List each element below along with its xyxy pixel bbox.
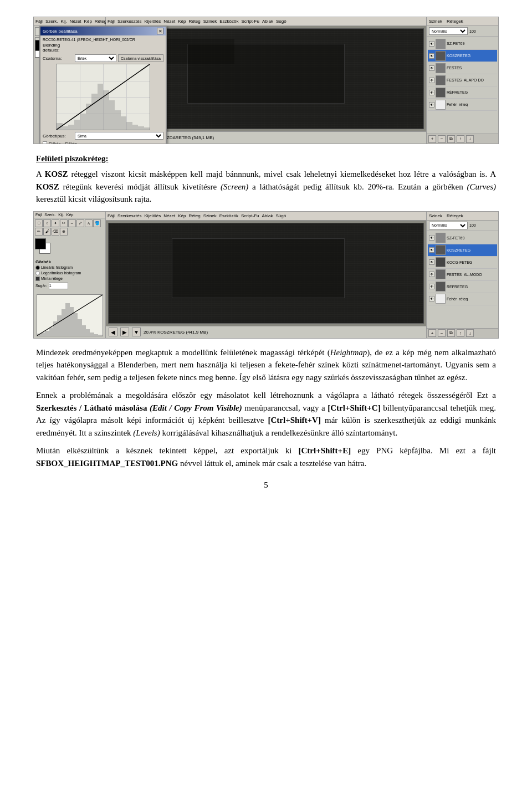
menu2b-sug[interactable]: Súgó xyxy=(275,213,286,218)
sugar-input[interactable] xyxy=(49,283,68,289)
menu-kep[interactable]: Kép xyxy=(84,19,92,24)
layer2-eye-5[interactable]: 👁 xyxy=(429,284,434,289)
gradient-select[interactable]: Sima xyxy=(75,132,163,140)
fg-color2[interactable] xyxy=(35,238,46,249)
layer-eye-6[interactable]: 👁 xyxy=(429,102,434,108)
menu2b-ret[interactable]: Réteg xyxy=(188,213,200,218)
tool2-12[interactable]: ⊕ xyxy=(60,228,68,236)
menu2b-esz[interactable]: Eszközök xyxy=(219,213,238,218)
menu-szinek2[interactable]: Színek xyxy=(203,19,217,24)
menu2b-nez[interactable]: Nézet xyxy=(163,213,175,218)
layer2-add-btn[interactable]: + xyxy=(428,329,436,337)
layer-item-5[interactable]: 👁 RÉFRETEG xyxy=(428,86,497,99)
tool2-6[interactable]: ⤢ xyxy=(76,219,84,227)
tool2-10[interactable]: 🖌 xyxy=(43,228,51,236)
menu-reteg2[interactable]: Réteg xyxy=(188,19,200,24)
channel-select[interactable]: Érték xyxy=(75,54,116,62)
layer-dn-btn[interactable]: ↓ xyxy=(466,135,474,143)
layer-item-4[interactable]: 👁 FESTÉS_ALAPO DO xyxy=(428,74,497,86)
layer-eye-2[interactable]: 👁 xyxy=(429,53,434,59)
menu2-szerk[interactable]: Szerk. xyxy=(44,213,55,217)
menu2b-abl[interactable]: Ablak xyxy=(262,213,273,218)
layer-eye-4[interactable]: 👁 xyxy=(429,78,434,83)
menu-script2[interactable]: Script-Fu xyxy=(241,19,259,24)
menu2b-fajl[interactable]: Fájl xyxy=(108,213,115,218)
layer2-eye-2[interactable]: 👁 xyxy=(429,247,434,253)
tool2-7[interactable]: A xyxy=(85,219,93,227)
layer-add-btn[interactable]: + xyxy=(428,135,436,143)
menu2-kij[interactable]: Kij. xyxy=(58,213,64,217)
layer2-item-4[interactable]: 👁 FESTÉS_AL-MODO xyxy=(428,269,497,281)
nav2-right[interactable]: ▶ xyxy=(120,328,129,336)
layers-tab1[interactable]: Szinek xyxy=(429,19,442,24)
menu-szerk[interactable]: Szerk. xyxy=(45,19,58,24)
layers2-mode[interactable]: Normális xyxy=(429,222,468,229)
layer2-del-btn[interactable]: − xyxy=(438,329,446,337)
menu-nezet[interactable]: Nézet xyxy=(70,19,81,24)
layer2-item-3[interactable]: 👁 KOCG-FETEG xyxy=(428,257,497,269)
menu-fajl[interactable]: Fájl xyxy=(35,19,43,24)
nav2-left[interactable]: ◀ xyxy=(109,328,117,336)
tool2-1[interactable]: □ xyxy=(35,219,43,227)
tool2-2[interactable]: ○ xyxy=(43,219,51,227)
layer-del-btn[interactable]: − xyxy=(438,135,446,143)
menu2-kep[interactable]: Kép xyxy=(66,213,73,217)
menu-ablak2[interactable]: Ablak xyxy=(262,19,273,24)
layer-item-2-active[interactable]: 👁 KOSZRETEG xyxy=(428,50,497,62)
gimp2-menubar[interactable]: Fájl Szerk. Kij. Kép xyxy=(34,212,105,218)
menu-kij[interactable]: Kij. xyxy=(61,19,67,24)
layer2-item-6[interactable]: 👁 Fehér_réteg xyxy=(428,293,497,305)
layer2-eye-1[interactable]: 👁 xyxy=(429,235,434,241)
layer2-up-btn[interactable]: ↑ xyxy=(457,329,464,337)
tool2-9[interactable]: ✏ xyxy=(35,228,43,236)
menu2b-kij[interactable]: Kijelölés xyxy=(144,213,161,218)
tool2-4[interactable]: ✂ xyxy=(60,219,68,227)
preview-checkbox[interactable] xyxy=(43,141,47,144)
layer-eye-5[interactable]: 👁 xyxy=(429,90,434,95)
layer2-dn-btn[interactable]: ↓ xyxy=(466,329,474,337)
checkbox-minta[interactable] xyxy=(35,277,40,281)
tool2-8[interactable]: 🪣 xyxy=(93,219,101,227)
curves-close-button[interactable]: ✕ xyxy=(157,28,163,34)
menu-sugo2[interactable]: Súgó xyxy=(276,19,287,24)
menu2b-szerk[interactable]: Szerkesztés xyxy=(117,213,142,218)
layer-eye-3[interactable]: 👁 xyxy=(429,65,434,71)
tool2-11[interactable]: ⌫ xyxy=(52,228,59,236)
canvas-menubar[interactable]: Fájl Szerkesztés Kijelölés Nézet Kép Rét… xyxy=(106,17,426,26)
canvas2-menubar[interactable]: Fájl Szerkesztés Kijelölés Nézet Kép Rét… xyxy=(106,212,426,221)
layers2-tab2[interactable]: Rétegek xyxy=(447,213,463,218)
layer-item-3[interactable]: 👁 FESTÉS xyxy=(428,62,497,74)
tool2-3[interactable]: ✦ xyxy=(52,219,59,227)
radio-log[interactable] xyxy=(35,271,40,275)
layer2-eye-4[interactable]: 👁 xyxy=(429,272,434,277)
layer2-item-1[interactable]: 👁 SZ-FET69 xyxy=(428,232,497,244)
menu-nézet2[interactable]: Nézet xyxy=(163,19,175,24)
menu2b-scr[interactable]: Script-Fu xyxy=(241,213,259,218)
gimp-menubar-top[interactable]: Fájl Szerk. Kij. Nézet Kép Réteg xyxy=(34,17,105,26)
layer-eye-1[interactable]: 👁 xyxy=(429,41,434,47)
layers-mode[interactable]: Normális xyxy=(429,27,468,35)
menu-kij2[interactable]: Kijelölés xyxy=(144,19,161,24)
layer2-item-2-active[interactable]: 👁 KOSZRETEG xyxy=(428,244,497,257)
layer-item-6[interactable]: 👁 Fehér_réteg xyxy=(428,99,497,111)
menu-fajl2[interactable]: Fájl xyxy=(108,19,115,24)
menu2b-kep[interactable]: Kép xyxy=(178,213,186,218)
menu-kep2[interactable]: Kép xyxy=(178,19,186,24)
menu2-fajl[interactable]: Fájl xyxy=(35,213,42,217)
layer2-eye-6[interactable]: 👁 xyxy=(429,296,434,301)
layers2-tab1[interactable]: Szinek xyxy=(429,213,442,218)
layer-up-btn[interactable]: ↑ xyxy=(457,135,464,143)
menu2b-szin[interactable]: Szinek xyxy=(203,213,217,218)
menu-eszk2[interactable]: Eszközök xyxy=(219,19,238,24)
menu-szerk2[interactable]: Szerkesztés xyxy=(117,19,142,24)
layer-item-1[interactable]: 👁 SZ-FET69 xyxy=(428,38,497,50)
layer2-item-5[interactable]: 👁 REFRETEG xyxy=(428,281,497,293)
layers-tab2[interactable]: Rétegek xyxy=(447,19,463,24)
channel-reset-button[interactable]: Csatorna visszaállítása xyxy=(118,54,163,62)
layer2-eye-3[interactable]: 👁 xyxy=(429,259,434,265)
nav2-down[interactable]: ▼ xyxy=(132,328,141,336)
menu-reteg[interactable]: Réteg xyxy=(95,19,106,24)
radio-linearis[interactable] xyxy=(35,265,40,270)
layer-dup-btn[interactable]: ⧉ xyxy=(447,135,455,143)
layer2-dup-btn[interactable]: ⧉ xyxy=(447,329,455,337)
